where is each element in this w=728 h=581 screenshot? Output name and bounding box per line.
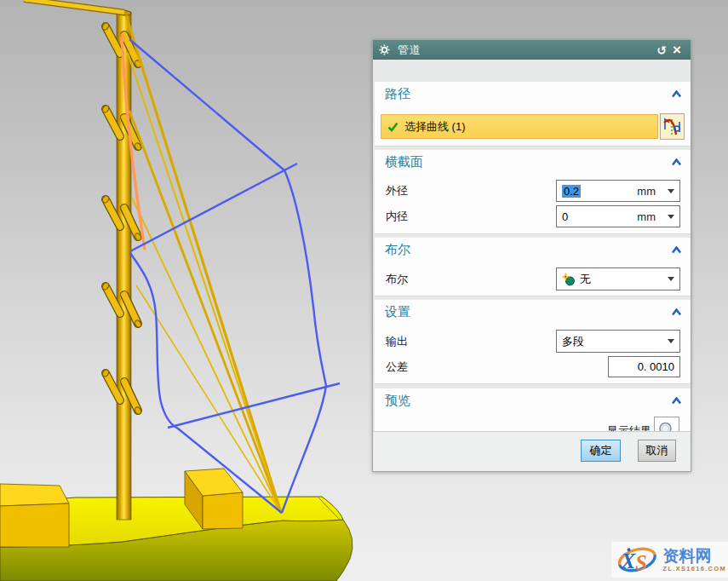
dialog-titlebar[interactable]: 管道 ↺ ×	[373, 40, 691, 60]
tolerance-value: 0. 0010	[638, 360, 674, 373]
yard-spar	[24, 0, 124, 13]
output-label: 输出	[386, 330, 408, 353]
outer-diameter-value: 0.2	[562, 185, 581, 198]
watermark-site-name: 资料网	[663, 548, 712, 564]
collapse-chevron-icon	[671, 90, 682, 98]
curve-rule-icon	[662, 116, 682, 137]
reset-icon[interactable]: ↺	[654, 42, 669, 59]
sail-outline-curves[interactable]	[129, 39, 340, 513]
collapse-chevron-icon	[671, 308, 682, 316]
output-value: 多段	[562, 334, 584, 349]
boolean-none-icon	[562, 273, 576, 286]
section-path-header[interactable]: 路径	[385, 85, 682, 102]
outer-diameter-label: 外径	[386, 180, 408, 202]
section-title: 预览	[385, 393, 410, 409]
svg-text:S: S	[635, 551, 647, 574]
inner-diameter-unit: mm	[637, 210, 656, 223]
ok-button[interactable]: 确定	[581, 440, 621, 462]
tolerance-input[interactable]: 0. 0010	[608, 356, 680, 377]
section-title: 设置	[385, 304, 410, 320]
select-curve-label: 选择曲线 (1)	[404, 119, 466, 135]
watermark: X S 资料网 ZL.XS1616.COM	[611, 542, 728, 578]
outer-diameter-input[interactable]: 0.2 mm	[556, 180, 680, 202]
collapse-chevron-icon	[671, 246, 682, 254]
boolean-dropdown[interactable]: 无	[556, 267, 680, 290]
section-title: 横截面	[385, 154, 423, 170]
dropdown-arrow-icon[interactable]	[668, 189, 674, 193]
tolerance-label: 公差	[386, 356, 408, 377]
watermark-text: 资料网 ZL.XS1616.COM	[663, 548, 726, 572]
section-preview-header[interactable]: 预览	[385, 392, 682, 409]
section-boolean-header[interactable]: 布尔	[385, 241, 682, 258]
check-icon	[387, 122, 398, 132]
collapse-chevron-icon	[671, 158, 682, 166]
dropdown-arrow-icon[interactable]	[668, 277, 674, 281]
section-cross-section: 横截面 外径 0.2 mm 内径 0 mm	[375, 150, 691, 234]
inner-diameter-label: 内径	[386, 205, 408, 227]
dialog-title: 管道	[398, 43, 421, 58]
rigging-lines	[126, 15, 281, 513]
inner-diameter-row: 内径 0 mm	[375, 205, 691, 227]
dropdown-arrow-icon[interactable]	[668, 339, 674, 343]
inner-diameter-value: 0	[562, 210, 568, 223]
close-icon[interactable]: ×	[669, 42, 685, 59]
output-dropdown[interactable]: 多段	[556, 330, 680, 353]
tolerance-row: 公差 0. 0010	[375, 356, 691, 377]
curve-rule-button[interactable]	[660, 113, 685, 140]
dropdown-arrow-icon[interactable]	[668, 215, 674, 219]
section-settings-header[interactable]: 设置	[385, 303, 682, 320]
section-path: 路径 选择曲线 (1)	[375, 82, 691, 147]
outer-diameter-unit: mm	[637, 185, 656, 198]
svg-text:X: X	[621, 549, 636, 572]
gear-icon	[379, 44, 390, 55]
section-boolean: 布尔 布尔 无	[375, 238, 691, 296]
cabin-box-left	[0, 484, 69, 547]
collapse-chevron-icon	[671, 397, 682, 405]
dialog-footer: 确定 取消	[373, 431, 691, 471]
section-cross-section-header[interactable]: 横截面	[385, 153, 682, 170]
section-title: 布尔	[385, 242, 410, 258]
watermark-url: ZL.XS1616.COM	[663, 566, 726, 572]
pipe-dialog: 管道 ↺ × 路径 选择曲线 (1)	[372, 39, 691, 472]
boolean-label: 布尔	[386, 267, 408, 290]
xs-logo-icon: X S	[613, 542, 662, 578]
inner-diameter-input[interactable]: 0 mm	[556, 205, 680, 227]
section-settings: 设置 输出 多段 公差 0. 0010	[375, 300, 691, 384]
boolean-value: 无	[580, 272, 591, 287]
output-row: 输出 多段	[375, 330, 691, 353]
outer-diameter-row: 外径 0.2 mm	[375, 180, 691, 202]
boolean-row: 布尔 无	[375, 267, 691, 290]
section-title: 路径	[385, 86, 410, 102]
select-curve-row[interactable]: 选择曲线 (1)	[381, 114, 658, 139]
dialog-body: 路径 选择曲线 (1)	[373, 60, 691, 430]
cancel-button[interactable]: 取消	[638, 440, 676, 462]
